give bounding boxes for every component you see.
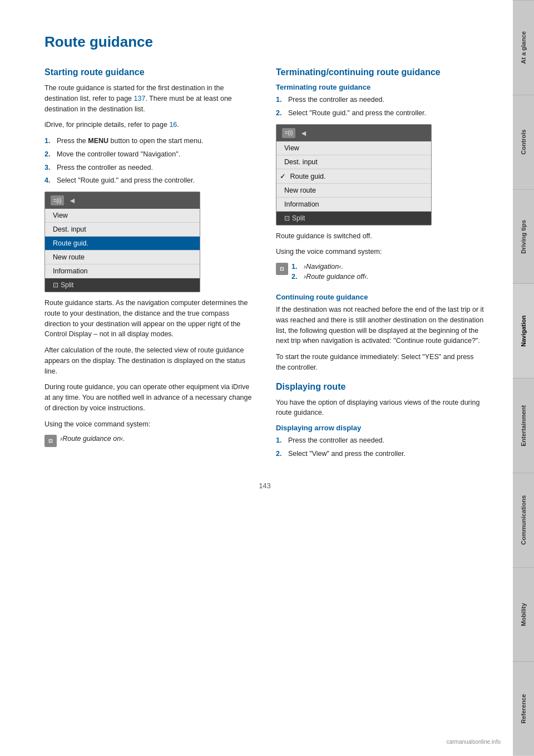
tab-controls[interactable]: Controls bbox=[513, 95, 534, 189]
main-content: Route guidance Starting route guidance T… bbox=[0, 0, 513, 756]
arrow-display-heading: Displaying arrow display bbox=[276, 424, 485, 432]
step-1: 1. Press the MENU button to open the sta… bbox=[44, 136, 254, 146]
left-menu-image: =(i) ◄ View Dest. input Route guid. New … bbox=[44, 192, 200, 292]
after-menu-text-3: During route guidance, you can operate o… bbox=[44, 382, 254, 413]
page-number: 143 bbox=[44, 482, 485, 490]
tab-entertainment[interactable]: Entertainment bbox=[513, 378, 534, 473]
voice-icon-right: ⊡ bbox=[276, 263, 288, 275]
menu-items: View Dest. input Route guid. New route I… bbox=[45, 209, 200, 278]
voice-label-right: Using the voice command system: bbox=[276, 247, 485, 257]
arrow-display-steps: 1. Press the controller as needed. 2. Se… bbox=[276, 435, 485, 459]
continuing-heading: Continuing route guidance bbox=[276, 293, 485, 301]
step-4: 4. Select "Route guid." and press the co… bbox=[44, 175, 254, 186]
voice-icon-left: ⊡ bbox=[44, 435, 57, 447]
menu-item-view: View bbox=[45, 209, 200, 223]
displaying-route-heading: Displaying route bbox=[276, 382, 485, 392]
arrow-step-2: 2. Select "View" and press the controlle… bbox=[276, 449, 485, 459]
voice-section-right: ⊡ 1. ›Navigation‹. 2. ›Route guidance of… bbox=[276, 263, 485, 287]
arrow-step-1: 1. Press the controller as needed. bbox=[276, 435, 485, 446]
continuing-text-2: To start the route guidance immediately:… bbox=[276, 352, 485, 373]
right-menu-item-view: View bbox=[276, 141, 431, 155]
voice-section-left: ⊡ ›Route guidance on‹. bbox=[44, 435, 254, 447]
menu-item-new-route: New route bbox=[45, 251, 200, 264]
step-3: 3. Press the controller as needed. bbox=[44, 163, 254, 173]
left-section-heading: Starting route guidance bbox=[44, 67, 254, 77]
step-2: 2. Move the controller toward "Navigatio… bbox=[44, 149, 254, 160]
displaying-route-intro: You have the option of displaying variou… bbox=[276, 397, 485, 419]
voice-command-left: ›Route guidance on‹. bbox=[60, 435, 125, 443]
left-steps-list: 1. Press the MENU button to open the sta… bbox=[44, 136, 254, 186]
tab-navigation[interactable]: Navigation bbox=[513, 283, 534, 378]
voice-steps-right: 1. ›Navigation‹. 2. ›Route guidance off‹… bbox=[291, 263, 369, 283]
right-main-heading: Terminating/continuing route guidance bbox=[276, 67, 485, 77]
voice-label-left: Using the voice command system: bbox=[44, 419, 254, 430]
right-column: Terminating/continuing route guidance Te… bbox=[276, 67, 485, 465]
right-menu-image: =(i) ◄ View Dest. input ✓ Route guid. Ne… bbox=[276, 124, 432, 225]
right-menu-items: View Dest. input ✓ Route guid. New route… bbox=[276, 141, 431, 212]
right-menu-item-route-guid: ✓ Route guid. bbox=[276, 169, 431, 184]
tab-communications[interactable]: Communications bbox=[513, 473, 534, 567]
page-ref-16: 16 bbox=[169, 121, 177, 129]
tab-mobility[interactable]: Mobility bbox=[513, 567, 534, 662]
tab-reference[interactable]: Reference bbox=[513, 661, 534, 756]
page-ref-137: 137 bbox=[134, 95, 146, 102]
right-menu-arrow: ◄ bbox=[300, 129, 308, 138]
right-menu-header: =(i) ◄ bbox=[276, 125, 431, 141]
menu-item-route-guid: Route guid. bbox=[45, 237, 200, 251]
right-menu-header-icon: =(i) bbox=[282, 128, 295, 138]
right-menu-item-information: Information bbox=[276, 198, 431, 212]
voice-step-2: 2. ›Route guidance off‹. bbox=[291, 273, 369, 281]
terminating-steps: 1. Press the controller as needed. 2. Se… bbox=[276, 95, 485, 119]
route-switched-off: Route guidance is switched off. bbox=[276, 231, 485, 242]
voice-step-1: 1. ›Navigation‹. bbox=[291, 263, 369, 271]
right-menu-item-split: ⊡ Split bbox=[276, 212, 431, 225]
menu-item-dest-input: Dest. input bbox=[45, 223, 200, 237]
tab-at-a-glance[interactable]: At a glance bbox=[513, 0, 534, 95]
menu-item-information: Information bbox=[45, 264, 200, 278]
after-menu-text-1: Route guidance starts. As the navigation… bbox=[44, 298, 254, 340]
page-title: Route guidance bbox=[44, 33, 485, 51]
term-step-1: 1. Press the controller as needed. bbox=[276, 95, 485, 105]
right-menu-item-new-route: New route bbox=[276, 184, 431, 198]
right-menu-item-dest-input: Dest. input bbox=[276, 155, 431, 169]
bottom-logo: carmanualsonline.info bbox=[447, 739, 501, 745]
after-menu-text-2: After calculation of the route, the sele… bbox=[44, 345, 254, 376]
two-col-layout: Starting route guidance The route guidan… bbox=[44, 67, 485, 465]
tab-driving-tips[interactable]: Driving tips bbox=[513, 189, 534, 284]
menu-arrow: ◄ bbox=[68, 196, 76, 205]
term-step-2: 2. Select "Route guid." and press the co… bbox=[276, 108, 485, 119]
terminating-heading: Terminating route guidance bbox=[276, 83, 485, 91]
menu-header-icon: =(i) bbox=[51, 195, 64, 205]
page-wrapper: Route guidance Starting route guidance T… bbox=[0, 0, 534, 756]
sidebar-tabs: At a glance Controls Driving tips Naviga… bbox=[513, 0, 534, 756]
continuing-text-1: If the destination was not reached befor… bbox=[276, 305, 485, 346]
intro-text: The route guidance is started for the fi… bbox=[44, 83, 254, 114]
idrive-text: iDrive, for principle details, refer to … bbox=[44, 120, 254, 130]
menu-item-split: ⊡ Split bbox=[45, 278, 200, 292]
menu-header: =(i) ◄ bbox=[45, 192, 200, 209]
left-column: Starting route guidance The route guidan… bbox=[44, 67, 254, 465]
